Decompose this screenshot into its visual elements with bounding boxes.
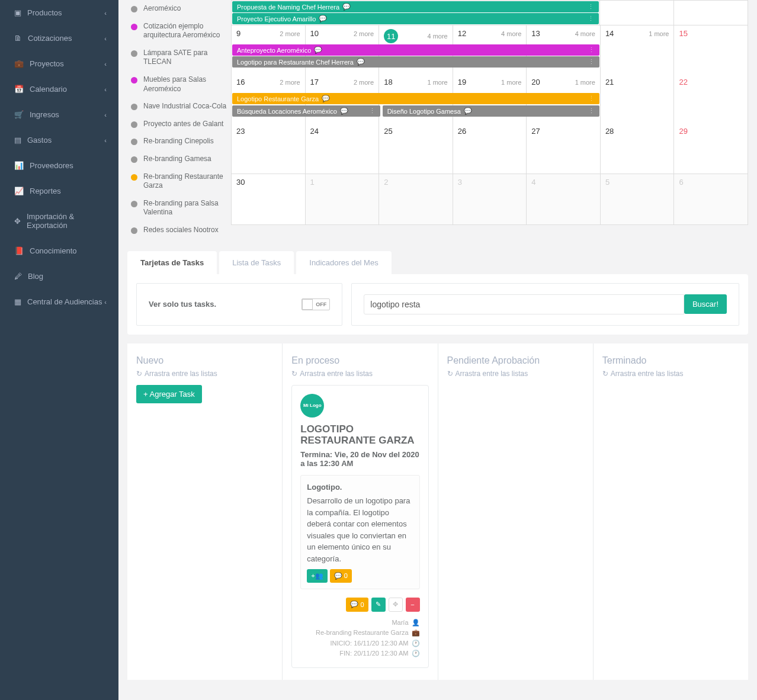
file-icon: 🗎 — [14, 34, 22, 43]
project-item[interactable]: Nave Industrial Coca-Cola — [131, 98, 227, 115]
calendar-event[interactable]: Proyecto Ejecutivo Amarillo💬⋮ — [232, 13, 599, 24]
grip-icon[interactable]: ⋮ — [369, 107, 376, 115]
refresh-icon: ↻ — [602, 370, 608, 378]
move-button[interactable]: ✥ — [389, 598, 403, 612]
chevron-left-icon: ‹ — [104, 298, 107, 306]
nav-calendario[interactable]: 📅Calendario‹ — [0, 76, 118, 102]
chevron-left-icon: ‹ — [104, 137, 107, 144]
users-chip[interactable]: +👥3 — [307, 569, 327, 583]
project-item[interactable]: Redes sociales Nootrox — [131, 221, 227, 239]
tab-indicadores[interactable]: Indicadores del Mes — [296, 251, 391, 274]
project-item[interactable]: Re-branding Gamesa — [131, 150, 227, 168]
nav-audiencias[interactable]: ▦Central de Audiencias‹ — [0, 289, 118, 314]
box-icon: ▣ — [14, 8, 21, 17]
calendar-cell[interactable]: 25 — [379, 123, 453, 174]
project-item[interactable]: Lámpara SATE para TLECAN — [131, 44, 227, 71]
calendar-cell[interactable]: 26 — [453, 123, 527, 174]
tab-tarjetas[interactable]: Tarjetas de Tasks — [127, 251, 217, 274]
nav-proveedores[interactable]: 📊Proveedores — [0, 153, 118, 178]
main-content: Aeroméxico Cotización ejemplo arquitectu… — [118, 0, 757, 700]
kanban-column-nuevo: Nuevo ↻Arrastra entre las listas + Agreg… — [127, 343, 283, 680]
grip-icon[interactable]: ⋮ — [588, 107, 595, 115]
search-panel: Buscar! — [351, 283, 739, 326]
calendar-cell[interactable]: 21 — [601, 74, 675, 124]
calendar-cell[interactable]: 4 — [527, 174, 601, 224]
briefcase-icon: 💼 — [412, 628, 420, 638]
nav-conocimiento[interactable]: 📕Conocimiento — [0, 238, 118, 264]
project-item[interactable]: Re-branding Restaurante Garza — [131, 168, 227, 195]
calendar-event[interactable]: Anteproyecto Aeroméxico💬⋮ — [232, 44, 599, 56]
nav-reportes[interactable]: 📈Reportes — [0, 178, 118, 204]
toggle-own-tasks[interactable]: OFF — [301, 298, 330, 310]
status-dot-icon — [131, 156, 137, 163]
grip-icon[interactable]: ⋮ — [588, 58, 595, 66]
blog-icon: 🖉 — [14, 272, 22, 281]
nav-import-export[interactable]: ✥Importación & Exportación — [0, 204, 118, 238]
comments-icon: 💬 — [319, 15, 327, 23]
calendar-cell[interactable]: 3 — [453, 174, 527, 224]
calendar-cell[interactable]: 23 — [231, 123, 306, 174]
delete-button[interactable]: − — [406, 598, 420, 612]
project-item[interactable]: Re-branding Cinepolis — [131, 133, 227, 150]
nav-blog[interactable]: 🖉Blog — [0, 264, 118, 289]
calendar-event[interactable]: Búsqueda Locaciones Aeroméxico💬⋮ — [232, 105, 380, 117]
nav-cotizaciones[interactable]: 🗎Cotizaciones‹ — [0, 25, 118, 51]
nav-proyectos[interactable]: 💼Proyectos‹ — [0, 51, 118, 76]
calendar-cell[interactable]: 30 — [231, 174, 306, 224]
calendar-cell[interactable]: 24 — [306, 123, 380, 174]
project-item[interactable]: Proyecto antes de Galant — [131, 115, 227, 133]
calendar-cell[interactable]: 2 — [379, 174, 453, 224]
calendar-cell[interactable]: 22 — [674, 74, 748, 124]
calendar-event[interactable]: Propuesta de Naming Chef Herrera💬⋮ — [232, 1, 599, 12]
drag-hint: ↻Arrastra entre las listas — [602, 370, 739, 378]
comments-button[interactable]: 💬0 — [346, 598, 368, 612]
status-dot-icon — [131, 6, 137, 12]
grip-icon[interactable]: ⋮ — [588, 3, 594, 11]
edit-button[interactable]: ✎ — [371, 598, 386, 612]
status-dot-icon — [131, 227, 137, 234]
task-card[interactable]: Mi Logo LOGOTIPO RESTAURANTE GARZA Termi… — [291, 385, 428, 668]
comments-icon: 💬 — [322, 95, 330, 102]
chevron-left-icon: ‹ — [104, 60, 107, 68]
nav-gastos[interactable]: ▤Gastos‹ — [0, 127, 118, 153]
drag-hint: ↻Arrastra entre las listas — [136, 370, 273, 378]
search-button[interactable]: Buscar! — [684, 294, 727, 314]
project-item[interactable]: Cotización ejemplo arquitectura Aeroméxi… — [131, 18, 227, 44]
tab-lista[interactable]: Lista de Tasks — [219, 251, 294, 274]
calendar-cell[interactable]: 29 — [674, 123, 748, 174]
project-item[interactable]: Muebles para Salas Aeroméxico — [131, 71, 227, 98]
add-task-button[interactable]: + Agregar Task — [136, 385, 202, 403]
calendar-cell[interactable]: 6 — [674, 174, 748, 224]
search-input[interactable] — [364, 294, 684, 314]
calendar-cell[interactable]: 15 — [674, 25, 748, 76]
calendar-event[interactable]: Diseño Logotipo Gamesa💬⋮ — [383, 105, 599, 117]
calendar-cell[interactable]: 5 — [601, 174, 675, 224]
column-title: Pendiente Aprobación — [447, 355, 584, 366]
calendar-cell[interactable] — [600, 0, 674, 25]
calendar-cell[interactable] — [674, 0, 748, 25]
comment-icon: 💬 — [350, 601, 358, 608]
calendar: Propuesta de Naming Chef Herrera💬⋮ Proye… — [231, 0, 748, 239]
grip-icon[interactable]: ⋮ — [588, 95, 595, 102]
project-item[interactable]: Re-branding para Salsa Valentina — [131, 195, 227, 221]
nav-ingresos[interactable]: 🛒Ingresos‹ — [0, 102, 118, 127]
move-icon: ✥ — [393, 601, 398, 608]
users-icon: +👥 — [311, 571, 323, 581]
toggle-knob-icon — [302, 299, 313, 310]
calendar-event[interactable]: Logotipo Restaurante Garza💬⋮ — [232, 93, 599, 104]
cart-icon: 🛒 — [14, 110, 24, 119]
briefcase-icon: 💼 — [14, 59, 24, 68]
grip-icon[interactable]: ⋮ — [588, 15, 594, 23]
calendar-event[interactable]: Logotipo para Restaurante Chef Herrera💬⋮ — [232, 56, 599, 68]
task-title: LOGOTIPO RESTAURANTE GARZA — [300, 423, 419, 447]
grip-icon[interactable]: ⋮ — [588, 46, 595, 54]
comments-chip[interactable]: 💬0 — [330, 569, 352, 583]
task-logo: Mi Logo — [300, 394, 324, 418]
calendar-cell[interactable]: 141 more — [601, 25, 675, 76]
calendar-cell[interactable]: 28 — [601, 123, 675, 174]
calendar-cell[interactable]: 27 — [527, 123, 601, 174]
nav-productos[interactable]: ▣Productos‹ — [0, 0, 118, 25]
chevron-left-icon: ‹ — [104, 86, 107, 93]
project-item[interactable]: Aeroméxico — [131, 0, 227, 18]
calendar-cell[interactable]: 1 — [306, 174, 380, 224]
